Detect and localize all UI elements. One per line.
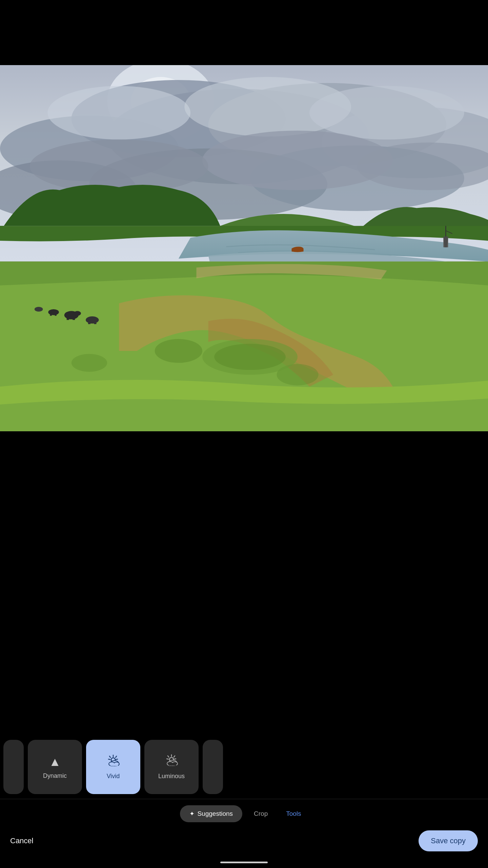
svg-rect-27 [94, 320, 96, 324]
svg-point-10 [309, 86, 464, 139]
filter-card-partial-right[interactable] [203, 740, 223, 794]
sun-cloud-icon [106, 754, 120, 769]
svg-point-24 [74, 311, 81, 316]
svg-rect-56 [169, 763, 176, 766]
bottom-toolbar: ✦ Suggestions Crop Tools [0, 799, 488, 827]
home-indicator [0, 858, 488, 868]
middle-black-space [0, 431, 488, 736]
toolbar-tabs: ✦ Suggestions Crop Tools [180, 805, 308, 822]
svg-line-48 [174, 756, 175, 757]
tools-label: Tools [286, 810, 301, 817]
tab-crop[interactable]: Crop [244, 805, 277, 822]
app-container: ▲ Dynamic [0, 0, 488, 868]
svg-point-31 [35, 307, 43, 312]
tab-tools[interactable]: Tools [279, 805, 308, 822]
svg-line-49 [168, 756, 169, 757]
home-bar [220, 862, 268, 863]
svg-point-15 [30, 140, 208, 193]
svg-line-39 [109, 756, 110, 757]
photo-area [0, 65, 488, 431]
filter-card-luminous[interactable]: Luminous [144, 740, 199, 794]
filter-row: ▲ Dynamic [0, 740, 488, 794]
svg-point-25 [86, 316, 99, 323]
svg-rect-26 [88, 320, 90, 324]
svg-rect-22 [67, 315, 69, 320]
photo-landscape [0, 65, 488, 431]
filter-card-vivid[interactable]: Vivid [86, 740, 140, 794]
save-copy-button[interactable]: Save copy [419, 830, 478, 851]
svg-point-32 [155, 339, 202, 363]
svg-rect-29 [50, 312, 52, 316]
svg-point-28 [48, 309, 59, 315]
crop-label: Crop [254, 810, 268, 817]
filter-card-dynamic[interactable]: ▲ Dynamic [28, 740, 82, 794]
tab-suggestions[interactable]: ✦ Suggestions [180, 805, 242, 822]
svg-line-51 [167, 759, 168, 759]
svg-line-40 [116, 759, 118, 760]
luminous-icon [165, 754, 178, 769]
save-copy-label: Save copy [431, 836, 466, 845]
svg-rect-46 [110, 763, 118, 766]
svg-point-36 [214, 344, 286, 370]
top-black-bar [0, 0, 488, 65]
svg-rect-23 [73, 315, 75, 320]
svg-line-38 [116, 756, 117, 757]
cancel-label: Cancel [10, 836, 33, 845]
filter-vivid-label: Vivid [107, 773, 120, 780]
mountain-icon: ▲ [49, 755, 61, 769]
svg-rect-30 [55, 312, 57, 316]
suggestions-sparkle-icon: ✦ [189, 810, 195, 817]
svg-point-8 [47, 86, 190, 139]
suggestions-label: Suggestions [197, 810, 233, 817]
bottom-actions: Cancel Save copy [0, 827, 488, 858]
svg-line-41 [108, 759, 110, 760]
filter-row-container: ▲ Dynamic [0, 736, 488, 799]
filter-card-partial-left[interactable] [3, 740, 24, 794]
cancel-button[interactable]: Cancel [10, 833, 33, 849]
svg-point-34 [72, 354, 107, 372]
filter-luminous-label: Luminous [158, 773, 185, 780]
svg-line-50 [174, 759, 176, 759]
filter-dynamic-label: Dynamic [43, 772, 67, 780]
